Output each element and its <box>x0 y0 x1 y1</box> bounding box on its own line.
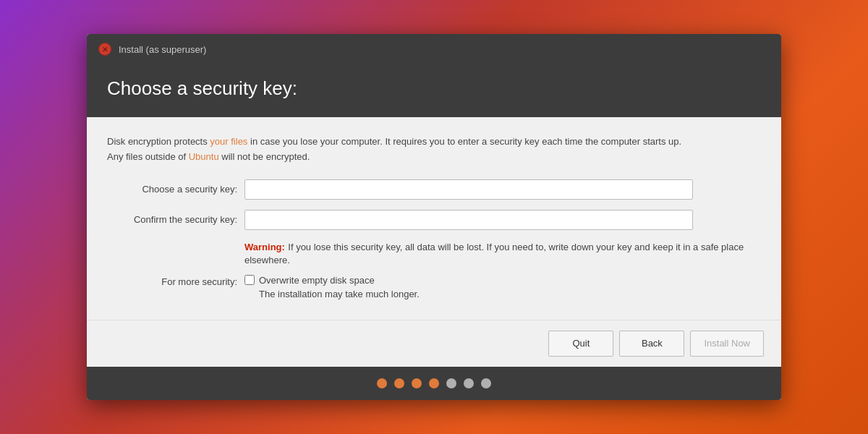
dot-3 <box>412 378 422 388</box>
warning-text: If you lose this security key, all data … <box>244 242 744 265</box>
warning-row: Warning: If you lose this security key, … <box>107 240 761 266</box>
install-dialog: Install (as superuser) Choose a security… <box>87 34 781 400</box>
dot-2 <box>394 378 404 388</box>
content-section: Disk encryption protects your files in c… <box>87 117 781 320</box>
overwrite-label: Overwrite empty disk space <box>259 275 375 286</box>
dot-1 <box>377 378 387 388</box>
header-section: Choose a security key: <box>87 64 781 117</box>
overwrite-checkbox[interactable] <box>244 275 255 285</box>
back-button[interactable]: Back <box>619 331 684 357</box>
quit-button[interactable]: Quit <box>548 331 613 357</box>
more-security-label: For more security: <box>107 275 244 287</box>
footer-buttons: Quit Back Install Now <box>87 320 781 367</box>
dot-7 <box>481 378 491 388</box>
titlebar: Install (as superuser) <box>87 34 781 64</box>
dot-6 <box>464 378 474 388</box>
warning-label: Warning: <box>244 242 285 252</box>
security-key-input[interactable] <box>244 179 693 200</box>
install-now-button[interactable]: Install Now <box>690 331 764 357</box>
progress-dots <box>87 367 781 400</box>
confirm-key-row: Confirm the security key: <box>107 210 761 230</box>
more-security-row: For more security: Overwrite empty disk … <box>107 275 761 299</box>
description-text: Disk encryption protects your files in c… <box>107 135 761 165</box>
confirm-key-input[interactable] <box>244 210 693 230</box>
dot-5 <box>446 378 456 388</box>
description-line1: Disk encryption protects your files in c… <box>107 136 681 147</box>
overwrite-checkbox-row: Overwrite empty disk space <box>244 275 420 286</box>
titlebar-text: Install (as superuser) <box>119 44 206 55</box>
security-key-row: Choose a security key: <box>107 179 761 200</box>
overwrite-sublabel: The installation may take much longer. <box>244 289 420 299</box>
warning-message: Warning: If you lose this security key, … <box>244 240 761 266</box>
page-title: Choose a security key: <box>107 77 761 100</box>
checkbox-group: Overwrite empty disk space The installat… <box>244 275 420 299</box>
description-line2: Any files outside of Ubuntu will not be … <box>107 151 310 162</box>
security-key-label: Choose a security key: <box>107 184 244 195</box>
dot-4 <box>429 378 439 388</box>
confirm-key-label: Confirm the security key: <box>107 214 244 225</box>
close-button[interactable] <box>98 43 111 56</box>
